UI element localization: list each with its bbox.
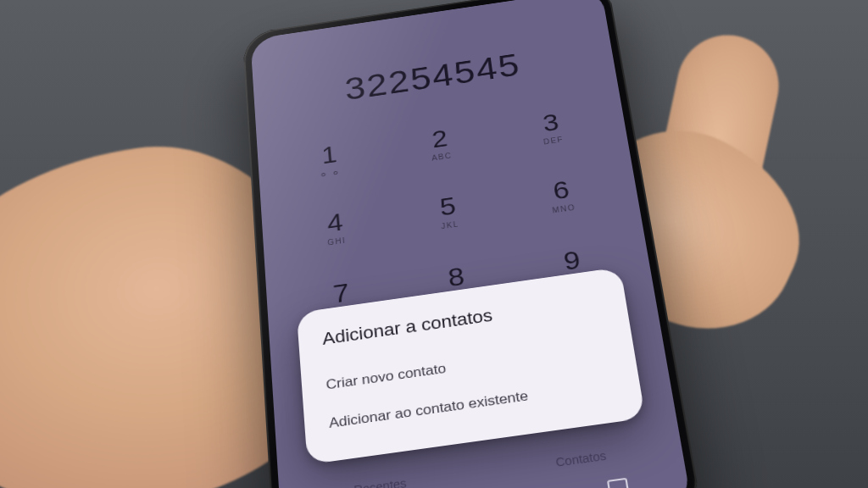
tab-contacts[interactable]: Contatos [555, 449, 608, 469]
tab-recent[interactable]: Recentes [353, 476, 407, 488]
phone-screen: 32254545 1ᴏ ᴏ 2ABC 3DEF 4GHI 5JKL 6MNO 7… [250, 0, 692, 488]
key-4[interactable]: 4GHI [293, 190, 378, 266]
recents-icon[interactable] [607, 478, 630, 488]
phone: 32254545 1ᴏ ᴏ 2ABC 3DEF 4GHI 5JKL 6MNO 7… [242, 0, 703, 488]
key-2[interactable]: 2ABC [398, 107, 483, 180]
phone-body: 32254545 1ᴏ ᴏ 2ABC 3DEF 4GHI 5JKL 6MNO 7… [242, 0, 703, 488]
key-1[interactable]: 1ᴏ ᴏ [288, 123, 371, 197]
key-3[interactable]: 3DEF [508, 91, 596, 164]
scene: 32254545 1ᴏ ᴏ 2ABC 3DEF 4GHI 5JKL 6MNO 7… [0, 0, 868, 488]
key-6[interactable]: 6MNO [517, 157, 608, 233]
key-5[interactable]: 5JKL [405, 173, 493, 249]
